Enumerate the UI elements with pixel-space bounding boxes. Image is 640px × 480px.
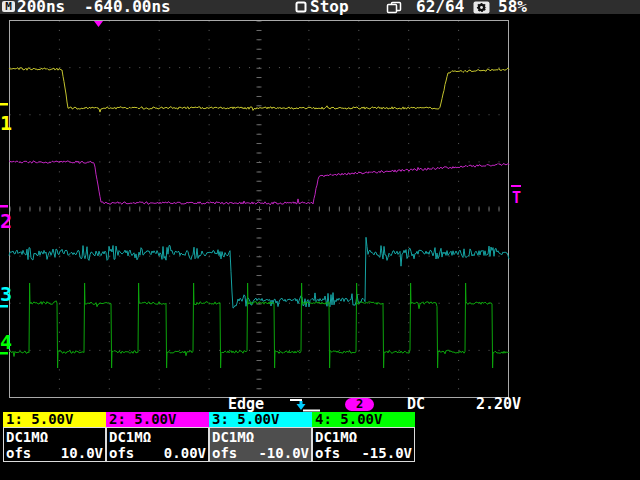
channel-2-coupling: DC1MΩ [109, 429, 206, 445]
channel-3-marker-label[interactable]: 3 [0, 282, 12, 306]
channel-4-scale[interactable]: 4: 5.00V [312, 412, 415, 427]
waveform-display: 1234 T [0, 14, 640, 398]
channel-1-marker-label[interactable]: 1 [0, 111, 12, 135]
progress-percent: 58% [498, 0, 527, 13]
channel-4-ofs-value: -15.0V [361, 445, 412, 461]
stop-icon [295, 1, 307, 13]
trigger-position-marker[interactable] [94, 21, 103, 27]
acquisition-count: 62/ [416, 0, 445, 13]
trigger-delay-value[interactable]: -640.00ns [84, 0, 171, 13]
channel-4-marker-label[interactable]: 4 [0, 330, 12, 354]
channel-3-box[interactable]: 3: 5.00V DC1MΩ ofs-10.0V [209, 412, 312, 462]
channel-4-ofs-label: ofs [315, 445, 340, 461]
channel-3-scale[interactable]: 3: 5.00V [209, 412, 312, 427]
channel-2-ofs-value: 0.00V [164, 445, 206, 461]
processing-gear-icon [473, 1, 490, 14]
channel-4-box[interactable]: 4: 5.00V DC1MΩ ofs-15.0V [312, 412, 415, 462]
history-pages-icon [386, 1, 402, 14]
channel-3-ofs-value: -10.0V [258, 445, 309, 461]
channel-1-ofs-label: ofs [6, 445, 31, 461]
channel-1-position-tick[interactable] [0, 103, 8, 106]
channel-3-coupling: DC1MΩ [212, 429, 309, 445]
channel-3-ofs-label: ofs [212, 445, 237, 461]
channel-2-marker-label[interactable]: 2 [0, 209, 12, 233]
falling-edge-icon [288, 397, 322, 412]
trigger-status-row: Edge 2 DC 2.20V [0, 397, 640, 412]
trigger-coupling[interactable]: DC [407, 397, 425, 412]
top-status-bar: M 200ns -640.00ns Stop 62/ 64 58% [0, 0, 640, 14]
trigger-level-value[interactable]: 2.20V [476, 397, 521, 412]
channel-2-trace [9, 161, 509, 205]
trigger-level-marker[interactable]: T [511, 186, 521, 207]
channel-2-box[interactable]: 2: 5.00V DC1MΩ ofs0.00V [106, 412, 209, 462]
acquisition-total: 64 [445, 0, 464, 13]
oscilloscope-screen: M 200ns -640.00ns Stop 62/ 64 58% 1234 [0, 0, 640, 480]
timebase-value[interactable]: 200ns [17, 0, 65, 13]
channel-4-coupling: DC1MΩ [315, 429, 412, 445]
trigger-source-badge[interactable]: 2 [345, 398, 374, 411]
channel-1-scale[interactable]: 1: 5.00V [3, 412, 106, 427]
channel-2-position-tick[interactable] [0, 205, 8, 208]
channel-4-trace [9, 283, 509, 368]
svg-text:T: T [512, 189, 521, 207]
run-state-label[interactable]: Stop [310, 0, 349, 13]
channel-2-ofs-label: ofs [109, 445, 134, 461]
channel-2-scale[interactable]: 2: 5.00V [106, 412, 209, 427]
channel-1-box[interactable]: 1: 5.00V DC1MΩ ofs10.0V [3, 412, 106, 462]
trigger-type-label[interactable]: Edge [228, 397, 264, 412]
timebase-mode-icon[interactable]: M [2, 1, 15, 12]
channel-1-ofs-value: 10.0V [61, 445, 103, 461]
channel-1-coupling: DC1MΩ [6, 429, 103, 445]
